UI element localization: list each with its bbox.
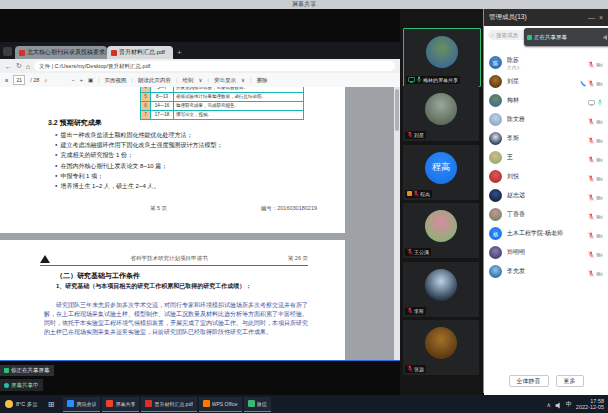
sharing-toolbar-badge[interactable]: 屏幕共享中 — [0, 379, 43, 391]
mic-off-icon — [407, 365, 413, 373]
close-icon[interactable]: × — [599, 14, 603, 21]
erase-button[interactable]: 擦除 — [256, 77, 267, 84]
member-row[interactable]: 陈陈苏主持人 — [484, 53, 608, 72]
minimize-icon[interactable]: — — [588, 14, 595, 21]
more-button[interactable]: 更多 — [556, 375, 584, 387]
browser-tab-active[interactable]: 晋升材料汇总.pdf — [107, 46, 173, 59]
video-tile[interactable]: 张远 — [403, 320, 479, 375]
member-status-icons — [588, 54, 603, 72]
taskbar-app-button[interactable]: 晋升材料汇总.pdf — [141, 397, 196, 412]
member-status-icons — [588, 92, 603, 110]
reload-icon[interactable]: ↻ — [16, 62, 22, 70]
read-aloud-button[interactable]: 朗读此页内容 — [138, 77, 171, 84]
doc-bullet-item: 建立考虑冻融循环作用下固化改良土强度预测设计方法模型； — [55, 140, 305, 150]
participant-name: 张远 — [414, 366, 424, 372]
start-button[interactable]: ⊞ — [43, 400, 60, 409]
member-name: 郑明明 — [507, 248, 525, 257]
member-row[interactable]: 郑明明 — [484, 243, 608, 262]
pdf-menu-icon[interactable]: ≡ — [5, 77, 8, 83]
member-name-wrap: 土木工程学院-杨老师 — [507, 229, 563, 238]
doc-subsection-title: 1、研究基础（与本项目相关的研究工作积累和已取得的研究工作成绩）： — [56, 282, 308, 291]
new-tab-button[interactable]: + — [177, 48, 182, 57]
weather-widget[interactable]: 8°C 多云 — [0, 400, 43, 408]
tray-expand-icon[interactable]: ∧ — [546, 401, 550, 408]
member-row[interactable]: 赵志远 — [484, 186, 608, 205]
member-row[interactable]: 李斯 — [484, 129, 608, 148]
video-tile[interactable]: 王公满 — [403, 203, 479, 258]
share-indicator-pill[interactable]: 正在共享屏幕 — [524, 28, 608, 46]
member-status-icons — [588, 225, 603, 243]
app-icon — [248, 400, 255, 407]
member-name-wrap: 郑明明 — [507, 248, 525, 257]
phone-audio-icon — [580, 73, 586, 91]
doc-bullet-item: 完成相关的研究报告 1 份； — [55, 150, 305, 160]
member-row[interactable]: 陈文雅 — [484, 110, 608, 129]
member-row[interactable]: 李先发 — [484, 262, 608, 281]
video-tile[interactable]: 李斯 — [403, 262, 479, 317]
member-status-icons — [580, 73, 603, 91]
mic-off-icon — [588, 168, 594, 186]
doc-bullet-item: 申报专利 1 项； — [55, 171, 305, 181]
video-tile[interactable]: 程高程高 — [403, 145, 479, 200]
pdf-search-icon[interactable]: ⌕ — [44, 77, 47, 84]
app-label: 晋升材料汇总.pdf — [154, 401, 192, 407]
member-row[interactable]: 王 — [484, 148, 608, 167]
browser-tab-inactive[interactable]: 北大核心期刊目录及投稿要求汇总 × — [15, 46, 107, 59]
system-tray: ∧ 中 17:58 2022-12-05 — [546, 395, 608, 413]
pdf-scrollbar-thumb[interactable] — [395, 89, 399, 131]
screen-share-badge-icon — [407, 191, 412, 196]
chevron-down-icon[interactable]: ∨ — [198, 77, 202, 83]
member-name: 刘星 — [507, 77, 519, 86]
highlight-button[interactable]: 突出显示 — [214, 77, 236, 84]
member-row[interactable]: 丁香香 — [484, 205, 608, 224]
member-row[interactable]: 刘悦 — [484, 167, 608, 186]
member-name-wrap: 王 — [507, 153, 513, 162]
member-row[interactable]: 刘星 — [484, 72, 608, 91]
tab-search-icon[interactable] — [3, 47, 12, 56]
taskbar-clock[interactable]: 17:58 2022-12-05 — [576, 398, 604, 411]
taskbar-app-button[interactable]: 微信 — [244, 397, 271, 412]
member-row[interactable]: 梅林 — [484, 91, 608, 110]
table-cell: 5—7 — [151, 87, 174, 92]
app-label: 微信 — [257, 401, 267, 407]
member-status-icons — [588, 206, 603, 224]
table-cell: 14—16 — [151, 102, 174, 110]
screen-share-banner[interactable]: 屏幕共享 — [0, 0, 608, 9]
taskbar-app-button[interactable]: WPS Office — [199, 397, 242, 412]
table-cell: 整理研究成果，完成研究报告。 — [174, 102, 303, 110]
draw-button[interactable]: 绘制 — [182, 77, 193, 84]
taskbar-app-button[interactable]: 屏幕共享 — [102, 397, 139, 412]
url-field[interactable]: 文件 | C:/Users/my/Desktop/晋升材料汇总.pdf — [34, 61, 395, 71]
speaker-icon[interactable] — [555, 395, 562, 413]
ime-indicator[interactable]: 中 — [566, 400, 572, 409]
video-tile[interactable]: 梅林的屏幕共享 — [403, 28, 481, 87]
home-icon[interactable]: ⌂ — [26, 63, 30, 70]
mute-all-button[interactable]: 全体静音 — [509, 375, 549, 387]
browser-tabbar: 北大核心期刊目录及投稿要求汇总 × 晋升材料汇总.pdf + — [0, 42, 400, 59]
share-active-icon — [4, 383, 9, 388]
member-status-icons — [588, 130, 603, 148]
zoom-out-button[interactable]: − — [72, 77, 75, 83]
mic-off-icon — [588, 187, 594, 205]
page-view-button[interactable]: 页面视图 — [105, 77, 127, 84]
screen-share-icon — [408, 77, 415, 84]
camera-off-icon — [596, 244, 603, 262]
chevron-down-icon[interactable]: ∨ — [241, 77, 245, 83]
doc-bullet-item: 培养博士生 1~2 人，硕士生 2~4 人。 — [55, 181, 305, 191]
page-number-input[interactable]: 21 — [13, 75, 25, 85]
back-icon[interactable]: ← — [5, 63, 12, 70]
taskbar-app-button[interactable]: 腾讯会议 — [63, 397, 100, 412]
fit-page-icon[interactable]: ▣ — [88, 77, 93, 83]
member-panel-titlebar: 管理成员(13) — × — [484, 9, 608, 26]
table-cell: 6 — [141, 102, 151, 110]
member-row[interactable]: 杨土木工程学院-杨老师 — [484, 224, 608, 243]
video-tile[interactable]: 刘星 — [403, 86, 479, 141]
mic-off-icon — [588, 225, 594, 243]
member-status-icons — [588, 187, 603, 205]
share-monitor-icon — [4, 368, 9, 373]
zoom-in-button[interactable]: + — [80, 77, 83, 83]
logo-triangle-icon — [40, 255, 50, 263]
doc-header-page: 第 26 页 — [288, 255, 308, 262]
sharing-status-badge[interactable]: 你正在共享屏幕 — [0, 365, 54, 376]
avatar — [489, 94, 502, 107]
